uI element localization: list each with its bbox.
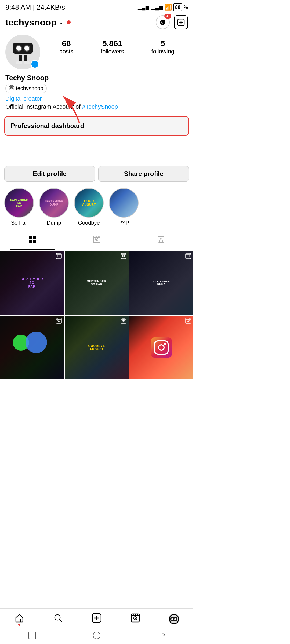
svg-point-51 <box>123 318 124 319</box>
svg-rect-6 <box>33 236 36 239</box>
bottom-nav <box>0 608 193 628</box>
status-icons: ▂▄▆ ▂▄▆ 📶 88 % <box>138 3 188 11</box>
posts-label: posts <box>59 48 74 55</box>
highlight-label-2: Goodbye <box>78 220 100 226</box>
reel-badge-3 <box>56 318 62 325</box>
following-label: following <box>151 48 175 55</box>
svg-point-31 <box>124 254 125 254</box>
svg-point-13 <box>95 236 96 237</box>
following-count: 5 <box>151 39 175 48</box>
nav-profile[interactable] <box>169 614 179 624</box>
svg-point-52 <box>124 318 125 319</box>
svg-point-29 <box>122 254 123 254</box>
highlight-item-1[interactable]: SEPTEMBERDUMP Dump <box>39 188 69 226</box>
post-thumbnail-3 <box>0 316 64 379</box>
svg-point-48 <box>123 320 124 321</box>
system-home-button[interactable] <box>93 632 100 639</box>
svg-point-72 <box>137 614 138 615</box>
post-item-2[interactable]: SEPTEMBERDUMP <box>129 251 193 315</box>
reels-nav-icon <box>130 613 140 625</box>
posts-grid: SEPTEMBERSOFAR SEPTEMBERSO FAR <box>0 251 193 379</box>
nav-home[interactable] <box>14 613 24 625</box>
system-back-button[interactable] <box>28 632 36 639</box>
followers-stat[interactable]: 5,861 followers <box>101 39 124 55</box>
following-stat[interactable]: 5 following <box>151 39 175 55</box>
header-left: techysnoop ⌄ <box>5 17 71 28</box>
svg-point-71 <box>135 614 136 615</box>
svg-rect-7 <box>29 240 32 243</box>
stats-section: 68 posts 5,861 followers 5 following <box>46 39 188 55</box>
threads-handle-text: techysnoop <box>16 85 43 92</box>
post-item-3[interactable] <box>0 316 64 379</box>
battery-percent: % <box>184 5 188 10</box>
svg-point-55 <box>188 320 189 321</box>
highlight-item-0[interactable]: SEPTEMBERSOFAR So Far <box>4 188 34 226</box>
header: techysnoop ⌄ 9+ <box>0 14 193 32</box>
svg-rect-5 <box>29 236 32 239</box>
username-label[interactable]: techysnoop <box>5 17 57 28</box>
svg-point-14 <box>96 236 97 237</box>
display-name: Techy Snoop <box>5 74 188 82</box>
nav-create[interactable] <box>92 613 102 625</box>
svg-rect-8 <box>33 240 36 243</box>
svg-point-36 <box>187 254 187 254</box>
highlight-label-1: Dump <box>47 220 61 226</box>
notification-badge: 9+ <box>164 14 171 19</box>
system-nav <box>0 628 193 644</box>
svg-point-59 <box>189 318 190 319</box>
tab-grid[interactable] <box>0 230 64 250</box>
posts-count: 68 <box>59 39 74 48</box>
tab-tagged[interactable] <box>129 230 193 250</box>
svg-point-24 <box>60 254 60 254</box>
svg-point-45 <box>60 318 60 319</box>
svg-point-37 <box>188 254 189 254</box>
add-post-button[interactable] <box>174 15 188 29</box>
svg-point-43 <box>57 318 58 319</box>
post-item-1[interactable]: SEPTEMBERSO FAR <box>65 251 129 315</box>
reels-icon <box>93 235 101 245</box>
grid-icon <box>28 235 36 245</box>
highlight-circle-0: SEPTEMBERSOFAR <box>4 188 34 218</box>
highlight-item-3[interactable]: PYP <box>109 188 139 226</box>
threads-button[interactable]: 9+ <box>156 15 170 29</box>
notification-dot <box>67 20 71 24</box>
highlight-label-0: So Far <box>11 220 27 226</box>
svg-point-11 <box>96 239 97 240</box>
edit-profile-button[interactable]: Edit profile <box>4 166 95 182</box>
highlights-row: SEPTEMBERSOFAR So Far SEPTEMBERDUMP Dump… <box>0 186 193 230</box>
tab-reels[interactable] <box>64 230 129 250</box>
svg-point-30 <box>123 254 124 254</box>
avatar-wrap[interactable]: + <box>5 35 40 69</box>
post-item-5[interactable] <box>129 316 193 379</box>
annotation-arrow <box>4 139 189 166</box>
svg-point-44 <box>59 318 59 319</box>
nav-search[interactable] <box>53 613 63 625</box>
system-recents-button[interactable] <box>157 631 165 640</box>
search-icon <box>53 613 63 625</box>
avatar-image <box>13 43 33 64</box>
profile-section: + 68 posts 5,861 followers 5 following <box>0 32 193 73</box>
svg-point-23 <box>59 254 59 254</box>
action-buttons: Edit profile Share profile <box>0 166 193 182</box>
post-item-0[interactable]: SEPTEMBERSOFAR <box>0 251 64 315</box>
add-story-button[interactable]: + <box>31 60 39 68</box>
followers-count: 5,861 <box>101 39 124 48</box>
svg-rect-16 <box>158 236 164 242</box>
reel-badge-4 <box>121 318 126 325</box>
post-item-4[interactable]: GOODBYEAUGUST <box>65 316 129 379</box>
highlight-circle-2: GOODAUGUST <box>74 188 104 218</box>
create-icon <box>92 613 102 625</box>
svg-line-62 <box>60 620 62 622</box>
posts-stat[interactable]: 68 posts <box>59 39 74 55</box>
share-profile-button[interactable]: Share profile <box>98 166 189 182</box>
svg-point-15 <box>98 236 99 237</box>
chevron-down-icon[interactable]: ⌄ <box>59 19 64 26</box>
highlight-circle-1: SEPTEMBERDUMP <box>39 188 69 218</box>
highlight-item-2[interactable]: GOODAUGUST Goodbye <box>74 188 104 226</box>
status-time: 9:48 AM | 24.4KB/s <box>5 3 65 12</box>
threads-small-icon <box>9 85 14 92</box>
reel-badge-0 <box>56 253 62 261</box>
status-bar: 9:48 AM | 24.4KB/s ▂▄▆ ▂▄▆ 📶 88 % <box>0 0 193 14</box>
nav-reels[interactable] <box>130 613 140 625</box>
signal2-icon: ▂▄▆ <box>151 5 163 10</box>
